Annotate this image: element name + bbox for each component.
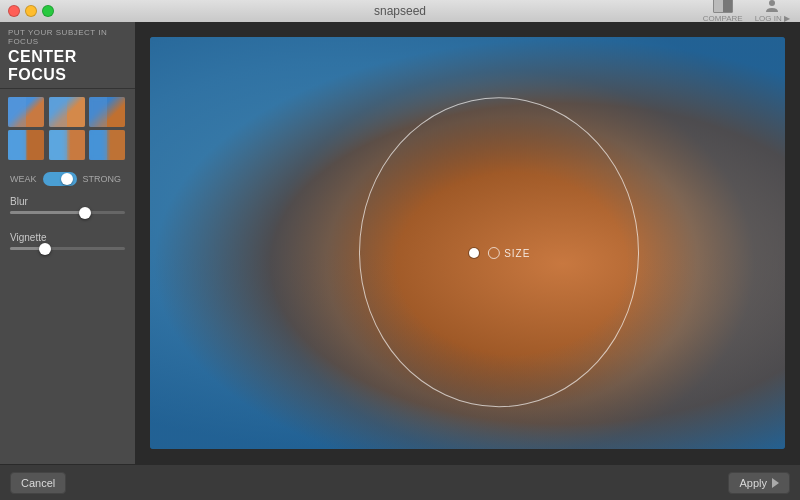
- sidebar-title: CENTER FOCUS: [8, 48, 127, 84]
- strength-toggle-section: WEAK STRONG: [0, 168, 135, 192]
- cat-image[interactable]: SIZE: [150, 37, 785, 449]
- sidebar-header: PUT YOUR SUBJECT IN FOCUS CENTER FOCUS: [0, 22, 135, 89]
- toggle-knob: [61, 173, 73, 185]
- compare-icon-right: [723, 0, 732, 12]
- size-icon: [488, 247, 500, 259]
- preset-thumb-6-img: [89, 130, 125, 160]
- blur-fill: [10, 211, 85, 214]
- blur-overlay-2: [49, 97, 67, 127]
- cancel-button[interactable]: Cancel: [10, 472, 66, 494]
- preset-thumb-5-img: [49, 130, 85, 160]
- blur-track[interactable]: [10, 211, 125, 214]
- preset-thumb-5[interactable]: [49, 130, 85, 160]
- strength-toggle[interactable]: [43, 172, 77, 186]
- preset-thumb-2[interactable]: [49, 97, 85, 127]
- blur-slider-section: Blur: [0, 192, 135, 228]
- sidebar: PUT YOUR SUBJECT IN FOCUS CENTER FOCUS: [0, 22, 135, 464]
- vignette-track[interactable]: [10, 247, 125, 250]
- preset-thumb-1-img: [8, 97, 44, 127]
- weak-label: WEAK: [10, 174, 37, 184]
- blur-overlay-5: [49, 130, 67, 160]
- maximize-button[interactable]: [42, 5, 54, 17]
- person-icon: [765, 0, 779, 13]
- size-text: SIZE: [504, 248, 530, 259]
- sidebar-subtitle: PUT YOUR SUBJECT IN FOCUS: [8, 28, 127, 46]
- blur-overlay-1: [8, 97, 26, 127]
- compare-button[interactable]: COMPARE: [703, 0, 743, 23]
- vignette-thumb[interactable]: [39, 243, 51, 255]
- blur-label: Blur: [10, 196, 125, 207]
- preset-thumb-3-img: [89, 97, 125, 127]
- preset-thumb-6[interactable]: [89, 130, 125, 160]
- window-controls: [8, 5, 54, 17]
- blur-overlay-3: [89, 97, 107, 127]
- blur-overlay-4: [8, 130, 26, 160]
- app-title: snapseed: [374, 4, 426, 18]
- minimize-button[interactable]: [25, 5, 37, 17]
- compare-icon-left: [714, 0, 723, 12]
- login-button[interactable]: LOG IN ▶: [755, 0, 790, 23]
- blur-thumb[interactable]: [79, 207, 91, 219]
- strong-label: STRONG: [83, 174, 122, 184]
- vignette-label: Vignette: [10, 232, 125, 243]
- image-container: SIZE: [150, 37, 785, 449]
- focus-center-handle[interactable]: [469, 248, 479, 258]
- titlebar-actions: COMPARE LOG IN ▶: [703, 0, 790, 23]
- presets-grid: [0, 89, 135, 168]
- image-area: SIZE: [135, 22, 800, 464]
- compare-icon: [713, 0, 733, 13]
- bottom-bar: Cancel Apply: [0, 464, 800, 500]
- blur-vignette-overlay: [150, 37, 785, 449]
- size-label: SIZE: [488, 247, 530, 259]
- apply-label: Apply: [739, 477, 767, 489]
- apply-arrow-icon: [772, 478, 779, 488]
- cancel-label: Cancel: [21, 477, 55, 489]
- blur-overlay-6: [89, 130, 107, 160]
- vignette-slider-section: Vignette: [0, 228, 135, 264]
- preset-thumb-3[interactable]: [89, 97, 125, 127]
- preset-thumb-2-img: [49, 97, 85, 127]
- close-button[interactable]: [8, 5, 20, 17]
- apply-button[interactable]: Apply: [728, 472, 790, 494]
- preset-thumb-1[interactable]: [8, 97, 44, 127]
- focus-circle[interactable]: [359, 97, 639, 407]
- svg-point-0: [769, 0, 775, 6]
- preset-thumb-4-img: [8, 130, 44, 160]
- main-content: PUT YOUR SUBJECT IN FOCUS CENTER FOCUS: [0, 22, 800, 464]
- titlebar: snapseed COMPARE LOG IN ▶: [0, 0, 800, 22]
- preset-thumb-4[interactable]: [8, 130, 44, 160]
